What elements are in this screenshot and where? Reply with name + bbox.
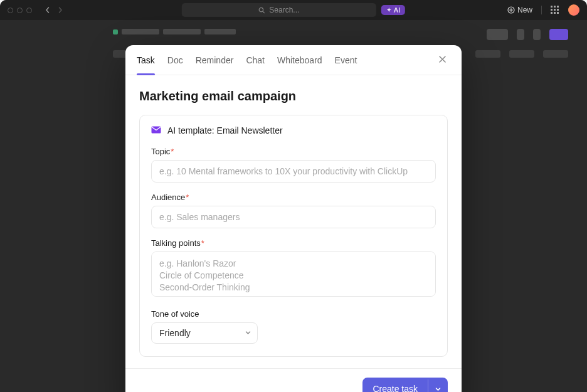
plus-circle-icon bbox=[507, 6, 515, 14]
tab-event[interactable]: Event bbox=[329, 45, 364, 75]
tab-chat[interactable]: Chat bbox=[240, 45, 271, 75]
audience-label: Audience* bbox=[151, 193, 436, 202]
topic-input[interactable] bbox=[151, 160, 436, 183]
tone-select[interactable]: Friendly bbox=[151, 322, 258, 344]
audience-input[interactable] bbox=[151, 206, 436, 228]
topic-label: Topic* bbox=[151, 147, 436, 156]
modal-footer: Create task bbox=[125, 368, 462, 392]
breadcrumb bbox=[113, 29, 236, 34]
back-button[interactable] bbox=[43, 6, 52, 14]
maximize-window-icon[interactable] bbox=[26, 8, 32, 13]
modal-title: Marketing email campaign bbox=[139, 89, 448, 103]
apps-grid-icon[interactable] bbox=[551, 6, 559, 14]
create-task-dropdown[interactable] bbox=[428, 379, 448, 393]
tab-doc[interactable]: Doc bbox=[161, 45, 189, 75]
svg-line-1 bbox=[263, 11, 264, 13]
modal-tabs: Task Doc Reminder Chat Whiteboard Event bbox=[125, 45, 462, 75]
minimize-window-icon[interactable] bbox=[17, 8, 23, 13]
tab-whiteboard[interactable]: Whiteboard bbox=[271, 45, 329, 75]
create-task-modal: Task Doc Reminder Chat Whiteboard Event … bbox=[125, 45, 462, 392]
talking-points-input[interactable] bbox=[151, 252, 436, 297]
window-controls bbox=[8, 8, 32, 13]
sparkle-icon bbox=[386, 8, 392, 13]
ai-template-header: AI template: Email Newsletter bbox=[151, 125, 436, 135]
chevron-down-icon bbox=[435, 386, 442, 393]
search-placeholder: Search... bbox=[269, 6, 299, 14]
close-window-icon[interactable] bbox=[8, 8, 13, 13]
avatar[interactable] bbox=[568, 4, 579, 16]
close-icon bbox=[438, 55, 447, 63]
ai-button[interactable]: AI bbox=[381, 5, 405, 15]
create-task-label: Create task bbox=[362, 378, 428, 392]
talking-points-label: Talking points* bbox=[151, 238, 436, 248]
close-button[interactable] bbox=[435, 51, 450, 69]
tab-task[interactable]: Task bbox=[137, 45, 161, 75]
create-task-button[interactable]: Create task bbox=[362, 378, 448, 392]
ai-template-box: AI template: Email Newsletter Topic* Aud… bbox=[139, 115, 448, 357]
envelope-icon bbox=[151, 125, 161, 135]
ai-label: AI bbox=[394, 6, 400, 14]
search-icon bbox=[258, 7, 265, 14]
tab-reminder[interactable]: Reminder bbox=[189, 45, 240, 75]
divider bbox=[541, 6, 542, 14]
ai-template-label: AI template: Email Newsletter bbox=[167, 125, 283, 135]
new-button[interactable]: New bbox=[507, 6, 532, 14]
tone-label: Tone of voice bbox=[151, 309, 436, 319]
forward-button[interactable] bbox=[56, 6, 65, 14]
search-input[interactable]: Search... bbox=[182, 3, 376, 17]
new-label: New bbox=[517, 6, 532, 14]
top-bar: Search... AI New bbox=[0, 0, 587, 20]
